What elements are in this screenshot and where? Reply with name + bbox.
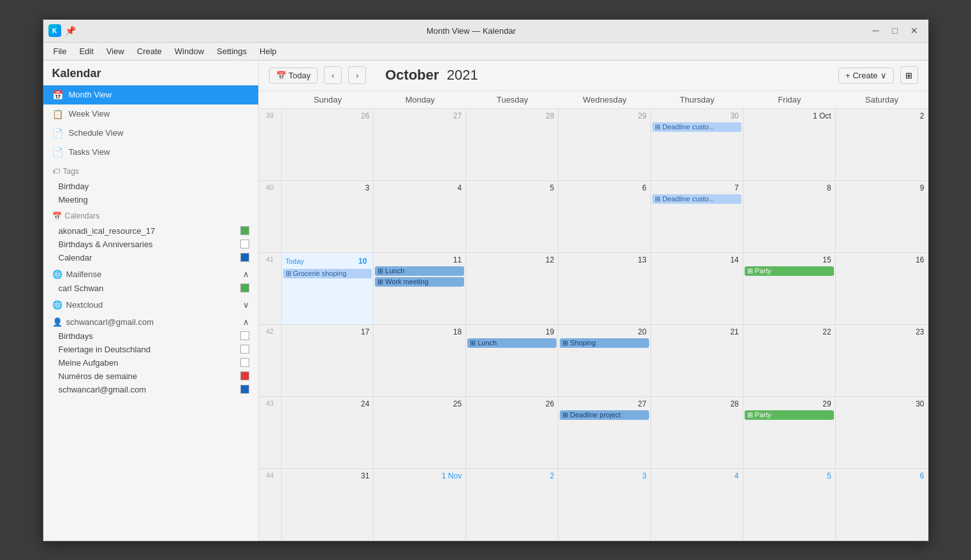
day-oct28[interactable]: 28 bbox=[651, 397, 743, 468]
day-oct1[interactable]: 1 Oct bbox=[743, 109, 836, 180]
day-oct25[interactable]: 25 bbox=[374, 397, 466, 468]
event-deadline-custo-sep30[interactable]: ⊞ Deadline custo... bbox=[652, 122, 741, 132]
nextcloud-header[interactable]: 🌐 Nextcloud ∨ bbox=[43, 298, 258, 312]
day-oct16[interactable]: 16 bbox=[836, 253, 928, 324]
sidebar-cal-calendar[interactable]: Calendar bbox=[43, 251, 258, 264]
day-oct9[interactable]: 9 bbox=[836, 181, 928, 252]
sidebar-cal-numeros[interactable]: Numéros de semaine bbox=[43, 370, 258, 383]
event-work-meeting[interactable]: ⊞ Work meeting bbox=[375, 277, 464, 287]
sidebar-item-week-view[interactable]: 📋 Week View bbox=[43, 104, 258, 124]
nextcloud-chevron-down: ∨ bbox=[243, 300, 249, 310]
day-oct10-today[interactable]: Today 10 ⊞ Grocerie shoping bbox=[282, 253, 374, 324]
window-title: Month View — Kalendar bbox=[76, 26, 867, 36]
day-oct20[interactable]: 20 ⊞ Shoping bbox=[559, 325, 651, 396]
birthdays-gmail-label: Birthdays bbox=[59, 331, 93, 341]
sidebar-cal-schwancarl[interactable]: schwancarl@gmail.com bbox=[43, 383, 258, 396]
event-deadline-project[interactable]: ⊞ Deadline project bbox=[560, 410, 649, 420]
event-grocerie-shoping[interactable]: ⊞ Grocerie shoping bbox=[283, 269, 372, 278]
menu-create[interactable]: Create bbox=[132, 45, 167, 58]
birthdays-anniversaries-label: Birthdays & Anniversaries bbox=[59, 240, 153, 249]
maximize-button[interactable]: □ bbox=[886, 22, 904, 39]
event-shoping-oct20[interactable]: ⊞ Shoping bbox=[560, 338, 649, 348]
day-oct11[interactable]: 11 ⊞ Lunch ⊞ Work meeting bbox=[374, 253, 466, 324]
day-sep27[interactable]: 27 bbox=[374, 109, 466, 180]
day-oct4[interactable]: 4 bbox=[374, 181, 466, 252]
day-sep26[interactable]: 26 bbox=[282, 109, 374, 180]
event-deadline-custo-oct7[interactable]: ⊞ Deadline custo... bbox=[652, 194, 741, 204]
day-oct26[interactable]: 26 bbox=[466, 397, 559, 468]
sidebar-tag-meeting[interactable]: Meeting bbox=[43, 193, 258, 206]
sidebar-cal-akonadi[interactable]: akonadi_ical_resource_17 bbox=[43, 224, 258, 238]
schedule-view-label: Schedule View bbox=[69, 128, 124, 138]
event-party-oct15[interactable]: ⊞ Party bbox=[745, 266, 834, 276]
menu-file[interactable]: File bbox=[48, 45, 72, 58]
sidebar-item-schedule-view[interactable]: 📄 Schedule View bbox=[43, 124, 258, 143]
week-view-label: Week View bbox=[69, 109, 110, 118]
day-num: 2 bbox=[837, 110, 927, 122]
menu-help[interactable]: Help bbox=[254, 45, 282, 58]
day-oct17[interactable]: 17 bbox=[282, 325, 374, 396]
prev-month-button[interactable]: ‹ bbox=[324, 66, 342, 84]
minimize-button[interactable]: ─ bbox=[867, 22, 885, 39]
day-nov3[interactable]: 3 bbox=[559, 469, 651, 540]
day-sep28[interactable]: 28 bbox=[466, 109, 559, 180]
sidebar-cal-birthdays-gmail[interactable]: Birthdays bbox=[43, 329, 258, 343]
gmail-header[interactable]: 👤 schwancarl@gmail.com ∧ bbox=[43, 315, 258, 329]
day-oct23[interactable]: 23 bbox=[836, 325, 928, 396]
day-oct6[interactable]: 6 bbox=[559, 181, 651, 252]
today-label: Today bbox=[289, 71, 311, 80]
day-oct3[interactable]: 3 bbox=[282, 181, 374, 252]
day-oct13[interactable]: 13 bbox=[559, 253, 651, 324]
next-month-button[interactable]: › bbox=[348, 66, 366, 84]
sidebar: Kalendar 📅 Month View 📋 Week View 📄 Sche… bbox=[43, 61, 259, 541]
meeting-tag-label: Meeting bbox=[59, 195, 88, 205]
sidebar-cal-meine-aufgaben[interactable]: Meine Aufgaben bbox=[43, 356, 258, 370]
day-num: 27 bbox=[375, 110, 464, 122]
sidebar-item-tasks-view[interactable]: 📄 Tasks View bbox=[43, 143, 258, 162]
day-oct2[interactable]: 2 bbox=[836, 109, 928, 180]
day-oct14[interactable]: 14 bbox=[651, 253, 743, 324]
event-lunch-oct11[interactable]: ⊞ Lunch bbox=[375, 266, 464, 276]
mailfense-header[interactable]: 🌐 Mailfense ∧ bbox=[43, 267, 258, 282]
day-sep29[interactable]: 29 bbox=[559, 109, 651, 180]
menu-edit[interactable]: Edit bbox=[74, 45, 98, 58]
sidebar-item-month-view[interactable]: 📅 Month View bbox=[43, 85, 258, 104]
menu-window[interactable]: Window bbox=[170, 45, 209, 58]
day-oct21[interactable]: 21 bbox=[651, 325, 743, 396]
day-oct24[interactable]: 24 bbox=[282, 397, 374, 468]
header-tuesday: Tuesday bbox=[466, 91, 559, 108]
event-party-oct29[interactable]: ⊞ Party bbox=[745, 410, 834, 420]
create-button[interactable]: + Create ∨ bbox=[838, 68, 894, 83]
event-label: Party bbox=[755, 411, 771, 419]
day-oct12[interactable]: 12 bbox=[466, 253, 559, 324]
day-oct18[interactable]: 18 bbox=[374, 325, 466, 396]
day-oct27[interactable]: 27 ⊞ Deadline project bbox=[559, 397, 651, 468]
day-nov6[interactable]: 6 bbox=[836, 469, 928, 540]
create-label: Create bbox=[852, 71, 877, 80]
day-oct15[interactable]: 15 ⊞ Party bbox=[743, 253, 836, 324]
today-button[interactable]: 📅 Today bbox=[269, 68, 318, 83]
day-nov1[interactable]: 1 Nov bbox=[374, 469, 466, 540]
day-oct7[interactable]: 7 ⊞ Deadline custo... bbox=[651, 181, 743, 252]
day-oct8[interactable]: 8 bbox=[743, 181, 836, 252]
day-nov4[interactable]: 4 bbox=[651, 469, 743, 540]
week-num-header bbox=[259, 91, 282, 108]
day-oct19[interactable]: 19 ⊞ Lunch bbox=[466, 325, 559, 396]
day-oct29[interactable]: 29 ⊞ Party bbox=[743, 397, 836, 468]
event-lunch-oct19[interactable]: ⊞ Lunch bbox=[467, 338, 557, 348]
day-oct31[interactable]: 31 bbox=[282, 469, 374, 540]
menu-settings[interactable]: Settings bbox=[212, 45, 252, 58]
close-button[interactable]: ✕ bbox=[905, 22, 923, 39]
day-nov5[interactable]: 5 bbox=[743, 469, 836, 540]
day-nov2[interactable]: 2 bbox=[466, 469, 559, 540]
menu-view[interactable]: View bbox=[101, 45, 129, 58]
day-sep30[interactable]: 30 ⊞ Deadline custo... bbox=[651, 109, 743, 180]
day-oct5[interactable]: 5 bbox=[466, 181, 559, 252]
sidebar-cal-feiertage[interactable]: Feiertage in Deutschland bbox=[43, 343, 258, 356]
day-oct30[interactable]: 30 bbox=[836, 397, 928, 468]
sidebar-tag-birthday[interactable]: Birthday bbox=[43, 180, 258, 193]
sidebar-cal-birthdays-anniversaries[interactable]: Birthdays & Anniversaries bbox=[43, 238, 258, 251]
grid-view-button[interactable]: ⊞ bbox=[900, 66, 918, 84]
day-oct22[interactable]: 22 bbox=[743, 325, 836, 396]
sidebar-cal-carl-schwan[interactable]: carl Schwan bbox=[43, 282, 258, 295]
